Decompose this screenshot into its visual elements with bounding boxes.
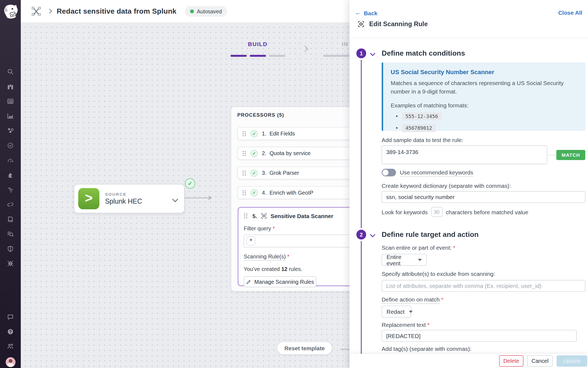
step-segment (231, 55, 247, 57)
replacement-text-input[interactable] (382, 330, 577, 342)
integrations-puzzle-icon[interactable] (0, 168, 21, 182)
example-item: 555-12-3456 (396, 112, 578, 120)
keyword-dictionary-input[interactable] (382, 191, 585, 203)
processor-check-icon: ✓ (250, 189, 258, 196)
drag-handle-icon[interactable] (242, 150, 246, 156)
drag-handle-icon[interactable] (242, 170, 246, 176)
recommended-keywords-label: Use recommended keywords (400, 169, 473, 177)
action-select[interactable]: Redact (382, 306, 411, 318)
help-icon[interactable] (0, 324, 21, 339)
left-nav-sidebar (0, 0, 21, 368)
breadcrumb-chevron-icon (47, 9, 52, 14)
dropdown-arrow-icon (409, 310, 412, 313)
scanning-rules-label: Scanning Rule(s)* (244, 254, 350, 261)
panel-footer: Delete Cancel Update (350, 354, 588, 368)
section-connector-line (361, 60, 362, 228)
section-2-title: Define rule target and action (382, 230, 479, 239)
watchdog-binoculars-icon[interactable] (0, 79, 21, 94)
drag-handle-icon[interactable] (244, 213, 248, 219)
section-1-number: 1 (356, 49, 366, 58)
match-button[interactable]: MATCH (556, 150, 585, 160)
exclude-attributes-input[interactable] (382, 280, 585, 292)
keyword-dictionary-label: Create keyword dictionary (separate with… (382, 182, 511, 189)
scan-scope-select[interactable]: Entire event (382, 254, 427, 266)
dashboards-icon[interactable] (0, 94, 21, 108)
back-arrow-icon: ← (355, 9, 361, 17)
processor-row-quota[interactable]: ✓ 2. Quota by service (237, 147, 350, 160)
network-globe-icon[interactable] (0, 256, 21, 271)
pipeline-canvas: BUILD IN > SOURCE Splunk HEC ✓ PROCESSOR… (21, 23, 350, 368)
cancel-button[interactable]: Cancel (527, 355, 553, 367)
processors-group: PROCESSORS (5) ✓ 1. Edit Fields ✓ 2. Quo… (231, 107, 350, 291)
section-2-number: 2 (356, 230, 366, 240)
scanner-info-box: US Social Security Number Scanner Matche… (382, 62, 585, 131)
service-link-icon[interactable] (0, 197, 21, 212)
processor-card-sensitive-data-scanner[interactable]: 5. Sensitive Data Scanner Filter query* … (238, 207, 350, 286)
sample-data-input[interactable]: 389-14-3736 (382, 145, 547, 164)
log-explorer-icon[interactable] (0, 227, 21, 242)
filter-query-input[interactable]: * (244, 235, 350, 248)
scan-scope-label: Scan entire or part of event:* (382, 245, 455, 251)
divider (350, 38, 588, 38)
section-connector-line (361, 241, 362, 354)
back-link[interactable]: ← Back (355, 9, 377, 17)
notebook-icon[interactable] (0, 212, 21, 227)
processor-row-geoip[interactable]: ✓ 4. Enrich with GeoIP (237, 186, 350, 199)
toggle-knob (382, 170, 388, 176)
infrastructure-hexagons-icon[interactable] (0, 123, 21, 138)
page-title: Redact sensitive data from Splunk (57, 7, 176, 16)
step-build-label[interactable]: BUILD (235, 41, 280, 47)
synthetics-target-icon[interactable] (0, 138, 21, 153)
source-node-splunk-hec[interactable]: > SOURCE Splunk HEC (74, 184, 184, 213)
update-button[interactable]: Update (557, 355, 587, 367)
processor-check-icon: ✓ (250, 150, 258, 157)
search-icon[interactable] (0, 64, 21, 79)
source-kind-label: SOURCE (105, 192, 142, 197)
section-1-collapse-chevron-icon[interactable] (370, 51, 375, 56)
chat-icon[interactable] (0, 310, 21, 324)
destination-connector-line (340, 349, 350, 350)
examples-label: Examples of matching formats: (391, 102, 578, 108)
edit-scanning-rule-panel: ← Back Close All Edit Scanning Rule 1 De… (350, 0, 588, 368)
source-name: Splunk HEC (105, 198, 142, 206)
source-expand-chevron-icon[interactable] (172, 196, 178, 202)
action-on-match-label: Define action on match* (382, 296, 443, 304)
match-connector-dots (548, 155, 555, 156)
security-shield-icon[interactable] (0, 242, 21, 256)
apm-gauge-icon[interactable] (0, 153, 21, 168)
keyword-chars-input[interactable]: 30 (431, 207, 443, 217)
step-install-label[interactable]: IN (334, 41, 350, 47)
processor-check-icon: ✓ (250, 130, 258, 137)
section-1-title: Define match conditions (382, 49, 465, 58)
processors-header: PROCESSORS (5) (237, 112, 284, 118)
user-avatar[interactable] (5, 357, 15, 367)
autosaved-dot-icon (190, 9, 194, 13)
metrics-chart-icon[interactable] (0, 108, 21, 123)
section-2-collapse-chevron-icon[interactable] (370, 232, 375, 237)
org-people-icon[interactable] (0, 339, 21, 354)
close-all-link[interactable]: Close All (558, 10, 582, 16)
bullet-icon (396, 115, 398, 117)
drag-handle-icon[interactable] (242, 190, 246, 195)
pipelines-breadcrumb-icon[interactable] (31, 6, 41, 16)
drag-handle-icon[interactable] (242, 131, 246, 137)
reset-template-button[interactable]: Reset template (277, 342, 332, 355)
source-valid-check-icon: ✓ (185, 178, 195, 189)
splunk-icon: > (78, 188, 99, 209)
scanner-icon (357, 20, 365, 28)
replacement-text-label: Replacement text* (382, 322, 430, 328)
processor-row-grok[interactable]: ✓ 3. Grok Parser (237, 167, 350, 179)
scanner-info-description: Matches a sequence of characters represe… (391, 79, 584, 95)
exclude-attributes-label: Specify attribute(s) to exclude from sca… (382, 271, 495, 277)
datadog-logo[interactable] (2, 3, 19, 21)
tags-label: Add tag(s) (separate with commas): (382, 345, 471, 352)
recommended-keywords-toggle[interactable] (382, 169, 396, 176)
delete-button[interactable]: Delete (499, 355, 523, 367)
manage-scanning-rules-button[interactable]: Manage Scanning Rules (244, 276, 316, 287)
filter-query-chip[interactable]: * (246, 237, 255, 246)
logs-filter-icon[interactable] (0, 182, 21, 197)
processor-row-edit-fields[interactable]: ✓ 1. Edit Fields (237, 127, 350, 140)
panel-title: Edit Scanning Rule (369, 20, 428, 28)
processor-check-icon: ✓ (250, 169, 258, 176)
example-item: 456789012 (396, 124, 578, 132)
